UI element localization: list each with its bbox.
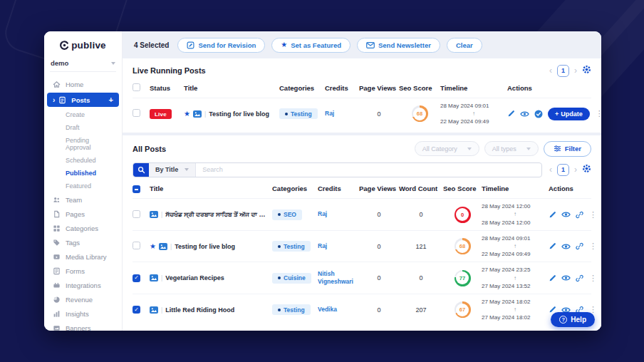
timeline: 28 May 2024 09:01↑22 May 2024 09:49 <box>482 234 549 259</box>
link-icon[interactable] <box>576 274 583 282</box>
sidebar-item-categories[interactable]: Categories <box>44 221 122 235</box>
update-button[interactable]: +Update <box>548 108 590 120</box>
image-icon <box>193 110 202 118</box>
row-actions: ⋮ <box>549 242 591 251</box>
categories-icon <box>53 224 61 232</box>
sidebar-item-scheduled[interactable]: Scheduled <box>44 154 122 167</box>
sidebar-item-team[interactable]: Team <box>44 192 122 207</box>
more-menu-icon[interactable]: ⋮ <box>589 210 597 219</box>
link-icon[interactable] <box>576 242 583 250</box>
view-icon[interactable] <box>561 211 571 218</box>
gear-icon[interactable] <box>582 164 591 173</box>
sidebar-item-tags[interactable]: Tags <box>44 235 122 249</box>
table-row: Live ★|Testing for live blog Testing Raj… <box>133 98 591 130</box>
sidebar-item-pages[interactable]: Pages <box>44 207 122 221</box>
more-menu-icon[interactable]: ⋮ <box>596 109 601 118</box>
sidebar-item-revenue[interactable]: Revenue <box>44 292 122 306</box>
image-icon <box>159 243 167 250</box>
send-newsletter-button[interactable]: Send Newsletter <box>357 38 440 53</box>
next-page-button[interactable]: › <box>574 165 577 174</box>
type-filter-dropdown[interactable]: All types <box>484 141 539 156</box>
seo-score-ring: 0 <box>455 207 471 223</box>
edit-icon[interactable] <box>549 274 556 282</box>
arrow-up-icon: ↑ <box>440 110 507 118</box>
sidebar-item-create[interactable]: Create <box>44 108 122 121</box>
sidebar-item-insights[interactable]: Insights <box>44 306 122 321</box>
credits-link[interactable]: Raj <box>318 242 359 250</box>
sidebar-item-forms[interactable]: Forms <box>44 264 122 278</box>
sidebar-item-media-library[interactable]: Media Library <box>44 249 122 264</box>
select-all-checkbox[interactable] <box>133 185 140 193</box>
credits-link[interactable]: Raj <box>318 210 359 218</box>
timeline: 28 May 2024 09:01↑22 May 2024 09:49 <box>440 102 507 126</box>
row-checkbox[interactable]: ✓ <box>133 306 140 314</box>
edit-icon[interactable] <box>549 242 556 250</box>
row-checkbox[interactable] <box>133 109 140 117</box>
row-checkbox[interactable]: ✓ <box>133 274 140 282</box>
search-icon[interactable] <box>133 163 149 177</box>
view-icon[interactable] <box>561 243 571 250</box>
more-menu-icon[interactable]: ⋮ <box>589 242 597 251</box>
sidebar-item-banners[interactable]: Banners <box>44 321 122 331</box>
select-all-checkbox[interactable] <box>133 83 140 91</box>
page-indicator[interactable]: 1 <box>557 164 569 176</box>
live-posts-section: Live Running Posts ‹ 1 › StatusTitleCate… <box>123 58 601 133</box>
bulk-action-buttons: Send for Revision★Set as FeaturedSend Ne… <box>177 38 482 53</box>
arrow-up-icon: ↑ <box>482 274 549 282</box>
credits-link[interactable]: Vedika <box>318 306 359 314</box>
post-title: ★|Testing for live blog <box>184 110 279 118</box>
workspace-selector[interactable]: demo <box>50 56 116 72</box>
category-chip: SEO <box>272 210 302 220</box>
sidebar-item-integrations[interactable]: Integrations <box>44 278 122 292</box>
edit-icon[interactable] <box>549 211 556 219</box>
sidebar-item-posts[interactable]: › Posts + <box>47 93 119 107</box>
chevron-down-icon <box>185 168 189 171</box>
app-logo-text: publive <box>71 40 106 51</box>
filter-button-label: Filter <box>565 145 581 152</box>
page-indicator[interactable]: 1 <box>557 65 569 77</box>
clear-button[interactable]: Clear <box>447 38 482 53</box>
more-menu-icon[interactable]: ⋮ <box>589 274 597 283</box>
image-icon <box>150 211 158 218</box>
sidebar-item-pending-approval[interactable]: Pending Approval <box>44 134 122 154</box>
home-icon <box>53 81 61 88</box>
add-post-button[interactable]: + <box>109 95 113 104</box>
category-filter-dropdown[interactable]: All Category <box>415 141 479 156</box>
approve-icon[interactable] <box>534 110 543 118</box>
main-content: 4 Selected Send for Revision★Set as Feat… <box>123 31 601 331</box>
filter-button[interactable]: Filter <box>544 141 591 157</box>
search-input[interactable] <box>196 166 541 173</box>
row-checkbox[interactable] <box>133 242 140 249</box>
bulk-action-bar: 4 Selected Send for Revision★Set as Feat… <box>123 31 601 58</box>
row-checkbox[interactable] <box>133 210 140 218</box>
send-for-revision-button[interactable]: Send for Revision <box>177 38 265 53</box>
table-header: StatusTitleCategoriesCreditsPage ViewsSe… <box>133 77 591 98</box>
prev-page-button[interactable]: ‹ <box>549 66 552 75</box>
view-icon[interactable] <box>561 274 571 281</box>
sidebar-item-draft[interactable]: Draft <box>44 121 122 134</box>
next-page-button[interactable]: › <box>574 66 577 75</box>
table-row: ✓ |Little Red Riding Hood Testing Vedika… <box>133 294 591 326</box>
edit-icon[interactable] <box>507 110 515 118</box>
selected-count: 4 Selected <box>134 41 169 49</box>
sidebar-item-home[interactable]: Home <box>44 77 122 91</box>
category-chip: Testing <box>272 241 311 252</box>
live-posts-table: StatusTitleCategoriesCreditsPage ViewsSe… <box>133 77 591 130</box>
search-by-value: By Title <box>155 166 178 173</box>
posts-icon <box>58 96 66 104</box>
gear-icon[interactable] <box>582 65 591 74</box>
credits-link[interactable]: Nitish Vigneshwari <box>318 270 359 286</box>
help-button[interactable]: ? Help <box>551 312 595 327</box>
table-row: |ਸੱਚਖੰਡ ਸ੍ਰੀ ਦਰਬਾਰ ਸਾਹਿਬ ਤੋਂ ਅੱਜ ਦਾ ਹੁਕਮ… <box>133 198 591 230</box>
search-by-dropdown[interactable]: By Title <box>149 163 196 177</box>
table-row: ★|Testing for live blog Testing Raj 0 12… <box>133 230 591 262</box>
prev-page-button[interactable]: ‹ <box>549 165 552 174</box>
sidebar-item-featured[interactable]: Featured <box>44 180 122 192</box>
view-icon[interactable] <box>520 110 529 118</box>
set-as-featured-button[interactable]: ★Set as Featured <box>271 38 350 53</box>
type-filter-value: All types <box>492 145 516 152</box>
link-icon[interactable] <box>576 211 583 219</box>
post-title: |Vegetarian Recipes <box>150 274 272 281</box>
sidebar-item-published[interactable]: Published <box>44 167 122 180</box>
credits-link[interactable]: Raj <box>325 110 359 118</box>
